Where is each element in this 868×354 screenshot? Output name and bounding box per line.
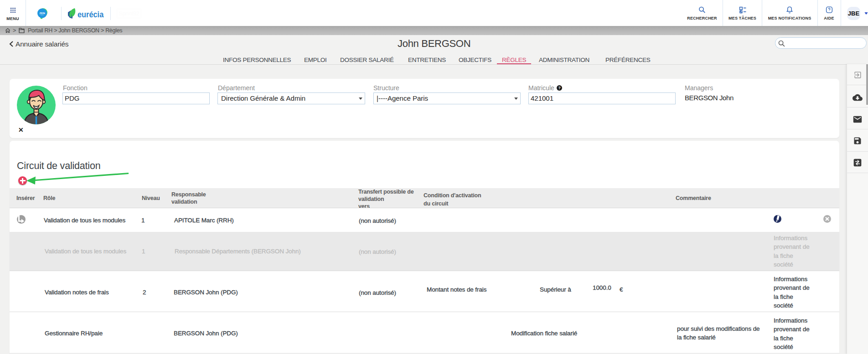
svg-text:?: ?	[558, 86, 560, 90]
svg-text:ZEN: ZEN	[40, 12, 45, 15]
